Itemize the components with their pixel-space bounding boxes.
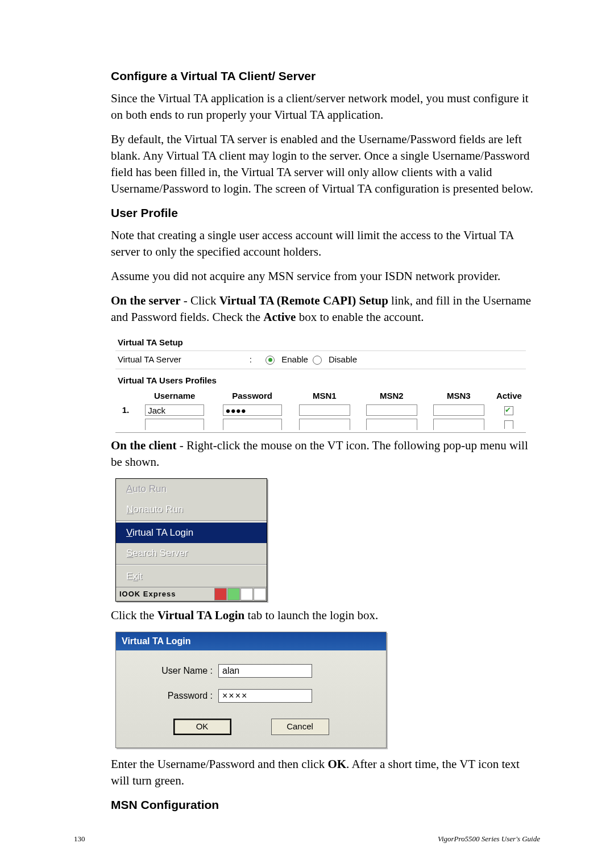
menu-item-virtual-ta-login[interactable]: Virtual TA Login (116, 523, 267, 542)
msn3-input[interactable] (433, 419, 484, 430)
col-password: Password (213, 389, 291, 403)
paragraph: Click the Virtual TA Login tab to launch… (111, 607, 540, 624)
paragraph: Since the Virtual TA application is a cl… (111, 90, 540, 123)
table-row: 1. Jack ●●●● (115, 403, 526, 417)
profiles-table: Username Password MSN1 MSN2 MSN3 Active … (115, 389, 526, 432)
bold: Active (263, 310, 296, 324)
col-active: Active (492, 389, 526, 403)
msn1-input[interactable] (299, 404, 350, 416)
tray-icon[interactable] (254, 588, 266, 600)
menu-item-auto-run: Auto Run (116, 479, 267, 499)
separator: : (250, 354, 252, 366)
heading-user-profile: User Profile (111, 205, 540, 222)
taskbar-text: IOOK Express (116, 589, 214, 599)
cancel-button[interactable]: Cancel (271, 719, 329, 735)
password-field[interactable]: ×××× (218, 689, 312, 703)
tray-icon[interactable] (240, 588, 253, 600)
paragraph: Assume you did not acquire any MSN servi… (111, 268, 540, 285)
paragraph: By default, the Virtual TA server is ena… (111, 131, 540, 197)
bold: Virtual TA Login (157, 608, 245, 622)
page-footer: 130 VigorPro5500 Series User's Guide (0, 834, 614, 844)
tray (214, 587, 267, 601)
paragraph: Note that creating a single user access … (111, 227, 540, 260)
heading-msn-configuration: MSN Configuration (111, 797, 540, 813)
menu-item-nonauto-run[interactable]: Nonauto Run (116, 499, 267, 519)
msn3-input[interactable] (433, 404, 484, 416)
username-label: User Name : (139, 665, 218, 677)
radio-disable-label: Disable (329, 354, 357, 366)
col-msn3: MSN3 (425, 389, 492, 403)
paragraph: Enter the Username/Password and then cli… (111, 756, 540, 789)
setup-title: Virtual TA Setup (115, 333, 526, 351)
table-row (115, 417, 526, 431)
guide-title: VigorPro5500 Series User's Guide (438, 834, 540, 844)
taskbar-strip: IOOK Express (116, 587, 267, 601)
radio-disable[interactable] (313, 356, 322, 365)
col-msn2: MSN2 (358, 389, 425, 403)
username-input[interactable]: Jack (145, 404, 204, 416)
active-checkbox[interactable] (504, 406, 513, 415)
server-label: Virtual TA Server (118, 354, 181, 366)
menu-item-exit[interactable]: Exit (116, 566, 267, 586)
menu-item-search-server[interactable]: Search Server (116, 543, 267, 563)
page-number: 130 (74, 834, 85, 844)
heading-configure: Configure a Virtual TA Client/ Server (111, 68, 540, 85)
ok-button[interactable]: OK (173, 719, 231, 735)
paragraph-on-client: On the client - Right-click the mouse on… (111, 437, 540, 470)
bold: OK (327, 757, 346, 771)
virtual-ta-setup-panel: Virtual TA Setup Virtual TA Server : Ena… (115, 333, 526, 433)
table-header-row: Username Password MSN1 MSN2 MSN3 Active (115, 389, 526, 403)
msn1-input[interactable] (299, 419, 350, 430)
popup-menu: Auto Run Nonauto Run Virtual TA Login Se… (115, 478, 267, 601)
tray-icon[interactable] (214, 588, 227, 600)
active-checkbox[interactable] (504, 420, 513, 429)
password-input[interactable]: ●●●● (223, 404, 282, 416)
bold: Virtual TA (Remote CAPI) Setup (219, 294, 388, 307)
username-input[interactable] (145, 419, 204, 430)
col-username: Username (136, 389, 213, 403)
profiles-title: Virtual TA Users Profiles (115, 369, 526, 389)
msn2-input[interactable] (366, 419, 417, 430)
password-label: Password : (139, 690, 218, 702)
col-msn1: MSN1 (291, 389, 358, 403)
row-number: 1. (115, 403, 136, 417)
radio-enable[interactable] (265, 356, 275, 365)
dialog-titlebar: Virtual TA Login (116, 632, 386, 650)
virtual-ta-login-dialog: Virtual TA Login User Name : alan Passwo… (115, 632, 387, 748)
bold: On the server (111, 294, 180, 307)
msn2-input[interactable] (366, 404, 417, 416)
bold: On the client (111, 439, 177, 452)
username-field[interactable]: alan (218, 664, 312, 678)
paragraph-on-server: On the server - Click Virtual TA (Remote… (111, 293, 540, 326)
tray-icon[interactable] (227, 588, 240, 600)
password-input[interactable] (223, 419, 282, 430)
radio-enable-label: Enable (281, 354, 308, 366)
